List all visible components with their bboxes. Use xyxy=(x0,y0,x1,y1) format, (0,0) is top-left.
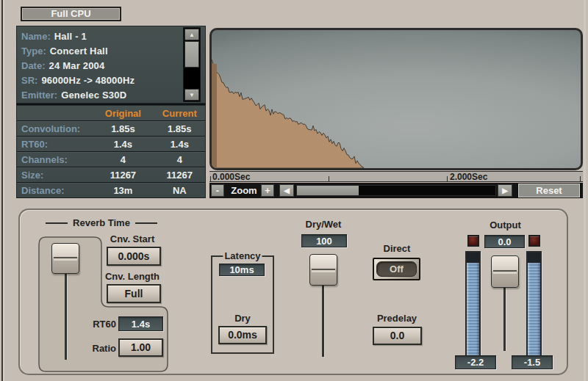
zoom-out-button[interactable]: - xyxy=(211,184,224,197)
predelay-label: Predelay xyxy=(368,313,426,324)
output-gain-display: 0.0 xyxy=(484,235,525,248)
time-label-start: 0.000Sec xyxy=(212,172,250,182)
plugin-window: Full CPU Name: Hall - 1 Type: Concert Ha… xyxy=(0,0,588,381)
ratio-label: Ratio xyxy=(82,343,116,354)
cnv-length-label: Cnv. Length xyxy=(100,271,165,282)
cell-current: NA xyxy=(154,185,205,196)
window-left-highlight xyxy=(3,0,4,381)
meter-unlit-segment xyxy=(528,253,540,263)
ratio-button[interactable]: 1.00 xyxy=(118,338,163,357)
cell-current: 1.4s xyxy=(154,139,205,150)
cell-original: 1.85s xyxy=(92,123,154,134)
scroll-right-icon: ▶ xyxy=(502,186,508,195)
reset-button[interactable]: Reset xyxy=(518,184,580,197)
scroll-left-button[interactable]: ◀ xyxy=(279,184,294,197)
dry-time-button[interactable]: 0.0ms xyxy=(218,326,267,344)
field-label: Emitter: xyxy=(21,90,57,101)
time-ruler: 0.000Sec 2.000Sec xyxy=(209,171,583,182)
scroll-up-button[interactable]: ▲ xyxy=(184,29,199,40)
window-right-edge xyxy=(584,0,586,381)
reverb-time-title: Reverb Time xyxy=(46,217,157,228)
dry-wet-slider[interactable] xyxy=(309,254,337,286)
reverb-time-slider[interactable] xyxy=(51,243,79,274)
cell-current: 4 xyxy=(154,154,205,165)
row-label: Size: xyxy=(17,170,92,181)
info-row-sr: SR: 96000Hz -> 48000Hz xyxy=(21,73,205,87)
ir-properties-table: Original Current Convolution: 1.85s 1.85… xyxy=(16,105,206,198)
row-label: RT60: xyxy=(17,139,92,150)
field-value: Genelec S30D xyxy=(61,90,126,101)
cnv-start-button[interactable]: 0.000s xyxy=(107,247,161,266)
latency-display: 10ms xyxy=(219,264,265,276)
output-label: Output xyxy=(481,219,529,231)
cell-original: 11267 xyxy=(92,170,154,181)
waveform-scrollbar[interactable] xyxy=(296,185,496,196)
ir-info-panel: Name: Hall - 1 Type: Concert Hall Date: … xyxy=(16,26,206,104)
info-row-type: Type: Concert Hall xyxy=(21,43,205,58)
table-header-row: Original Current xyxy=(17,106,205,121)
field-label: Date: xyxy=(21,60,46,71)
latency-group: Latency 10ms Dry 0.0ms xyxy=(211,255,274,354)
info-scrollbar[interactable]: ▲ ▼ xyxy=(183,27,201,102)
field-value: 96000Hz -> 48000Hz xyxy=(41,75,135,86)
scroll-left-icon: ◀ xyxy=(284,186,290,195)
slider-groove xyxy=(54,257,77,261)
ir-envelope xyxy=(212,30,581,168)
scroll-right-button[interactable]: ▶ xyxy=(498,184,512,197)
dry-wet-slider-track[interactable] xyxy=(322,284,324,357)
scrollbar-thumb[interactable] xyxy=(184,41,199,68)
row-label: Channels: xyxy=(17,154,92,165)
direct-toggle-button[interactable]: Off xyxy=(373,258,420,280)
output-slider-track[interactable] xyxy=(503,286,506,351)
zoom-in-button[interactable]: + xyxy=(261,184,274,197)
rt60-label: RT60 xyxy=(82,319,116,330)
latency-label: Latency xyxy=(223,250,262,261)
info-row-name: Name: Hall - 1 xyxy=(21,29,205,43)
scroll-up-icon: ▲ xyxy=(189,32,195,38)
info-row-date: Date: 24 Mar 2004 xyxy=(21,58,205,73)
dry-wet-label: Dry/Wet xyxy=(298,219,349,230)
scroll-down-button[interactable]: ▼ xyxy=(184,89,199,101)
clip-led-right[interactable] xyxy=(528,235,540,247)
ir-waveform-display[interactable] xyxy=(209,28,583,170)
cpu-mode-button[interactable]: Full CPU xyxy=(21,7,121,21)
predelay-button[interactable]: 0.0 xyxy=(373,327,422,345)
dry-label: Dry xyxy=(212,313,273,324)
rt60-display: 1.4s xyxy=(118,316,163,331)
table-row: Channels: 4 4 xyxy=(17,152,205,167)
time-label-end: 2.000Sec xyxy=(450,172,487,182)
waveform-toolbar: - Zoom + ◀ ▶ Reset xyxy=(209,183,583,198)
scroll-down-icon: ▼ xyxy=(189,92,195,98)
dry-wet-display: 100 xyxy=(301,234,347,247)
field-value: Hall - 1 xyxy=(54,31,87,42)
table-row: Convolution: 1.85s 1.85s xyxy=(17,121,205,137)
meter-bar xyxy=(528,263,540,355)
output-slider[interactable] xyxy=(491,255,519,288)
field-label: Type: xyxy=(21,46,46,57)
meter-value-left-display: -2.2 xyxy=(455,355,496,369)
direct-toggle-value: Off xyxy=(376,261,417,277)
cell-original: 13m xyxy=(92,185,154,196)
meter-unlit-segment xyxy=(467,253,479,263)
row-label: Convolution: xyxy=(17,123,92,134)
field-label: SR: xyxy=(21,75,37,86)
info-row-emitter: Emitter: Genelec S30D xyxy=(21,87,205,102)
output-meter-left xyxy=(465,251,481,357)
cnv-start-label: Cnv. Start xyxy=(103,233,162,244)
cell-original: 1.4s xyxy=(92,139,154,150)
column-header-original: Original xyxy=(92,108,154,119)
ruler-tick xyxy=(580,176,581,181)
field-value: 24 Mar 2004 xyxy=(49,60,105,71)
title-line-left xyxy=(46,222,68,224)
title-line-right xyxy=(135,222,157,224)
ruler-tick xyxy=(210,176,211,181)
cnv-length-button[interactable]: Full xyxy=(107,284,161,303)
ruler-tick xyxy=(447,176,448,181)
direct-label: Direct xyxy=(371,243,423,254)
cell-original: 4 xyxy=(92,154,154,165)
table-row: Size: 11267 11267 xyxy=(17,167,205,183)
waveform-scrollbar-thumb[interactable] xyxy=(297,186,359,195)
column-header-current: Current xyxy=(154,108,205,119)
field-value: Concert Hall xyxy=(50,46,108,57)
clip-led-left[interactable] xyxy=(467,235,479,247)
